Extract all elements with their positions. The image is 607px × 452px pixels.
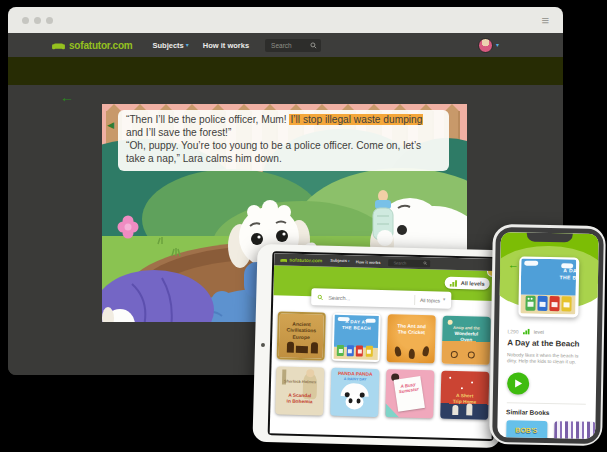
calendar-paper: A Busy Semester bbox=[394, 376, 425, 412]
blue-bin bbox=[346, 345, 353, 356]
story-marker-icon[interactable]: ◀ bbox=[107, 120, 114, 130]
site-header: sofatutor.com Subjects ▾ How it works ▾ bbox=[8, 33, 563, 57]
level-label: level bbox=[534, 328, 544, 334]
story-paragraph: “Oh, puppy. You’re too young to be a pol… bbox=[126, 140, 441, 166]
story-paragraph: “Then I’ll be the police officer, Mum! I… bbox=[126, 114, 441, 140]
avatar bbox=[478, 38, 493, 53]
cover-title: Europe bbox=[279, 333, 323, 340]
similar-cover-bobs[interactable]: BOB'S bbox=[506, 420, 547, 439]
nav-how-it-works[interactable]: How it works bbox=[203, 41, 249, 50]
similar-books-heading: Similar Books bbox=[506, 408, 549, 416]
cover-title: The Cricket bbox=[387, 328, 435, 335]
silhouette-table bbox=[296, 346, 308, 353]
user-menu[interactable]: ▾ bbox=[478, 38, 499, 53]
traveller-figure bbox=[466, 403, 472, 415]
tablet-logo[interactable]: sofatutor.com bbox=[280, 256, 322, 263]
divider bbox=[506, 402, 585, 404]
story-text: “Oh, puppy. You’re too young to be a pol… bbox=[126, 140, 421, 164]
window-dot-icon bbox=[22, 17, 29, 24]
tablet-mockup: sofatutor.com Subjects ▾ How it works bbox=[252, 244, 505, 448]
tablet-nav-subjects[interactable]: Subjects ▾ bbox=[330, 258, 350, 264]
cover-title: THE BEACH bbox=[334, 325, 378, 331]
all-levels-button[interactable]: All levels bbox=[445, 277, 490, 290]
nav-subjects[interactable]: Subjects ▾ bbox=[153, 41, 189, 50]
tablet-searchbar-input[interactable] bbox=[326, 293, 414, 303]
book-cover-busy-semester[interactable]: A Busy Semester bbox=[385, 369, 434, 418]
snowflake bbox=[471, 381, 473, 383]
phone-mockup: ← A DAY AT THE BEACH bbox=[489, 224, 606, 446]
levels-stairs-icon bbox=[450, 279, 458, 286]
panda bbox=[345, 394, 363, 409]
book-cover-anup-wonderful-oven[interactable]: Anup and the Wonderful Oven bbox=[442, 316, 491, 365]
tablet-search-input[interactable] bbox=[391, 259, 423, 267]
play-icon bbox=[515, 379, 522, 387]
all-topics-dropdown[interactable]: All topics ▾ bbox=[414, 294, 446, 305]
blue-bin bbox=[537, 296, 547, 311]
cover-title: Trip Home bbox=[441, 399, 489, 405]
panda-ear bbox=[345, 392, 350, 397]
browser-titlebar: ≡ bbox=[8, 7, 563, 33]
book-cover-panda-panda[interactable]: PANDA PANDA A RAINY DAY bbox=[330, 368, 379, 417]
bicycle-wheel bbox=[451, 351, 458, 358]
back-arrow-icon[interactable]: ← bbox=[60, 89, 74, 105]
ant-silhouette bbox=[422, 346, 430, 357]
red-bin bbox=[549, 296, 559, 311]
play-button[interactable] bbox=[506, 372, 528, 394]
window-dot-icon bbox=[46, 17, 53, 24]
book-cover-short-trip-home[interactable]: A Short Trip Home bbox=[440, 371, 489, 420]
book-cover-scandal-in-bohemia[interactable]: Sherlock Holmes A Scandal in Bohemia bbox=[275, 366, 324, 415]
cover-title: in Bohemia bbox=[275, 398, 323, 404]
cover-title: A RAINY DAY bbox=[331, 377, 379, 382]
yellow-bin bbox=[561, 296, 571, 311]
bicycle-wheel bbox=[468, 351, 475, 358]
snowflake bbox=[449, 377, 451, 379]
browser-menu-icon[interactable]: ≡ bbox=[541, 14, 549, 27]
marketing-canvas: { "colors": { "brand_green": "#95c11f", … bbox=[0, 0, 607, 452]
tablet-camera-icon bbox=[261, 343, 265, 347]
search-input[interactable] bbox=[269, 41, 310, 50]
panda-eye bbox=[348, 398, 352, 403]
level-bars-icon bbox=[523, 328, 530, 334]
similar-cover-birch-trees[interactable] bbox=[554, 421, 595, 439]
panda-ear bbox=[360, 393, 365, 398]
panda-eye bbox=[356, 398, 360, 403]
cover-title: Civilisations bbox=[279, 326, 323, 333]
ant-silhouette bbox=[394, 346, 402, 357]
sofa-icon bbox=[280, 257, 287, 262]
story-highlighted-text[interactable]: I’ll stop illegal waste dumping bbox=[289, 114, 423, 125]
phone-book-cover[interactable]: A DAY AT THE BEACH bbox=[518, 256, 579, 317]
book-description: Nobody likes it when the beach is dirty.… bbox=[507, 352, 589, 366]
back-arrow-icon[interactable]: ← bbox=[508, 258, 519, 270]
page-banner bbox=[8, 57, 563, 85]
book-cover-ancient-civilisations[interactable]: Ancient Civilisations Europe bbox=[277, 311, 326, 360]
story-text: “Then I’ll be the police officer, Mum! bbox=[126, 114, 289, 125]
book-grid: Ancient Civilisations Europe A DAY AT TH… bbox=[275, 311, 491, 420]
green-bin bbox=[525, 296, 535, 311]
phone-frame: ← A DAY AT THE BEACH bbox=[492, 227, 604, 444]
main-nav: Subjects ▾ How it works bbox=[153, 41, 250, 50]
tablet-screen: sofatutor.com Subjects ▾ How it works bbox=[268, 251, 499, 441]
search-icon[interactable] bbox=[310, 42, 317, 49]
story-text: and I’ll save the forest!” bbox=[126, 127, 231, 138]
ant-silhouette bbox=[409, 349, 415, 359]
window-controls bbox=[22, 17, 53, 24]
silhouette-figure bbox=[287, 342, 294, 353]
sofatutor-logo[interactable]: sofatutor.com bbox=[52, 40, 133, 51]
logo-text: sofatutor.com bbox=[69, 40, 133, 51]
story-textbox: “Then I’ll be the police officer, Mum! I… bbox=[118, 110, 449, 171]
tablet-nav-how-it-works[interactable]: How it works bbox=[356, 259, 381, 265]
book-cover-day-at-the-beach[interactable]: A DAY AT THE BEACH bbox=[332, 313, 381, 362]
tablet-searchbar: All topics ▾ bbox=[311, 288, 451, 309]
traveller-figure bbox=[452, 405, 458, 415]
phone-screen: ← A DAY AT THE BEACH bbox=[497, 232, 599, 439]
yellow-bin bbox=[365, 346, 372, 357]
cloud bbox=[524, 261, 538, 266]
search-icon bbox=[317, 294, 323, 300]
header-search bbox=[265, 39, 321, 52]
book-title: A Day at the Beach bbox=[507, 338, 579, 348]
chevron-down-icon: ▾ bbox=[496, 42, 499, 48]
cover-title: BOB'S bbox=[506, 426, 547, 434]
chevron-down-icon: ▾ bbox=[186, 42, 189, 48]
book-cover-ant-and-cricket[interactable]: The Ant and The Cricket bbox=[387, 314, 436, 363]
green-bin bbox=[337, 345, 344, 356]
